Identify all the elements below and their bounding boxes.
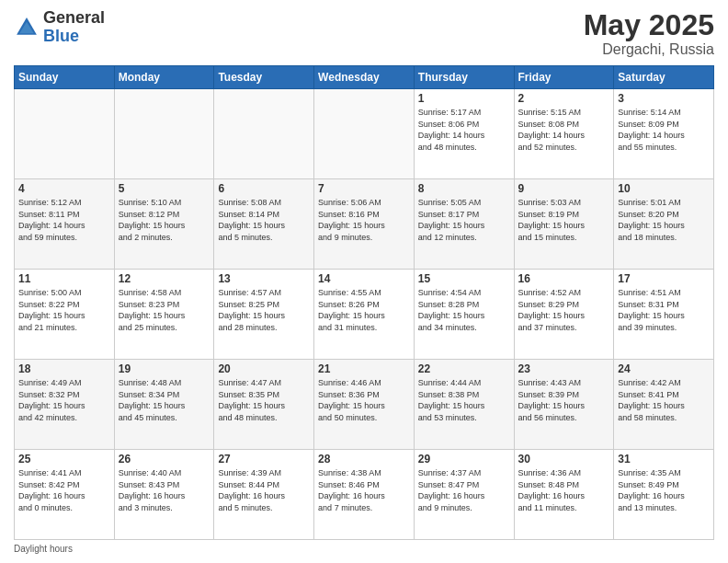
day-info: Sunrise: 4:55 AM Sunset: 8:26 PM Dayligh… [318,287,410,333]
day-number: 23 [518,362,610,375]
calendar-cell: 12Sunrise: 4:58 AM Sunset: 8:23 PM Dayli… [114,270,214,360]
day-number: 13 [218,272,310,285]
calendar-cell: 9Sunrise: 5:03 AM Sunset: 8:19 PM Daylig… [514,179,614,270]
day-number: 18 [18,362,110,375]
calendar-week-row: 4Sunrise: 5:12 AM Sunset: 8:11 PM Daylig… [15,179,714,270]
calendar-cell [314,89,415,179]
calendar-cell: 7Sunrise: 5:06 AM Sunset: 8:16 PM Daylig… [314,179,415,270]
day-info: Sunrise: 4:54 AM Sunset: 8:28 PM Dayligh… [418,287,510,333]
weekday-header-saturday: Saturday [614,66,714,89]
calendar-cell: 17Sunrise: 4:51 AM Sunset: 8:31 PM Dayli… [614,270,714,360]
calendar-cell: 29Sunrise: 4:37 AM Sunset: 8:47 PM Dayli… [414,450,514,540]
calendar-cell: 2Sunrise: 5:15 AM Sunset: 8:08 PM Daylig… [514,89,614,179]
day-info: Sunrise: 4:47 AM Sunset: 8:35 PM Dayligh… [218,377,310,423]
day-number: 17 [618,272,710,285]
logo-icon [14,15,40,40]
weekday-header-wednesday: Wednesday [314,66,415,89]
day-number: 25 [18,453,110,465]
calendar-cell: 26Sunrise: 4:40 AM Sunset: 8:43 PM Dayli… [114,450,214,540]
calendar-cell: 23Sunrise: 4:43 AM Sunset: 8:39 PM Dayli… [514,360,614,450]
day-number: 19 [119,362,210,375]
calendar-table: SundayMondayTuesdayWednesdayThursdayFrid… [14,65,714,540]
day-info: Sunrise: 5:06 AM Sunset: 8:16 PM Dayligh… [318,197,410,243]
title-block: May 2025 Dergachi, Russia [584,9,714,58]
day-info: Sunrise: 4:40 AM Sunset: 8:43 PM Dayligh… [119,467,210,513]
day-number: 6 [218,182,310,195]
day-number: 26 [119,453,210,465]
weekday-header-tuesday: Tuesday [214,66,314,89]
calendar-cell: 14Sunrise: 4:55 AM Sunset: 8:26 PM Dayli… [314,270,415,360]
logo: General Blue [14,9,105,46]
day-number: 22 [418,362,510,375]
calendar-cell: 28Sunrise: 4:38 AM Sunset: 8:46 PM Dayli… [314,450,415,540]
footer-note: Daylight hours [14,544,714,554]
calendar-cell: 30Sunrise: 4:36 AM Sunset: 8:48 PM Dayli… [514,450,614,540]
calendar-cell: 15Sunrise: 4:54 AM Sunset: 8:28 PM Dayli… [414,270,514,360]
day-number: 3 [618,92,710,105]
day-info: Sunrise: 4:48 AM Sunset: 8:34 PM Dayligh… [119,377,210,423]
day-info: Sunrise: 4:36 AM Sunset: 8:48 PM Dayligh… [518,467,610,513]
day-info: Sunrise: 4:41 AM Sunset: 8:42 PM Dayligh… [18,467,110,513]
logo-blue-text: Blue [43,27,79,45]
calendar-cell: 20Sunrise: 4:47 AM Sunset: 8:35 PM Dayli… [214,360,314,450]
day-number: 15 [418,272,510,285]
day-info: Sunrise: 4:46 AM Sunset: 8:36 PM Dayligh… [318,377,410,423]
page: General Blue May 2025 Dergachi, Russia S… [0,0,728,563]
calendar-cell: 8Sunrise: 5:05 AM Sunset: 8:17 PM Daylig… [414,179,514,270]
day-number: 4 [18,182,110,195]
calendar-week-row: 1Sunrise: 5:17 AM Sunset: 8:06 PM Daylig… [15,89,714,179]
day-number: 28 [318,453,410,465]
day-info: Sunrise: 4:38 AM Sunset: 8:46 PM Dayligh… [318,467,410,513]
day-number: 2 [518,92,610,105]
calendar-cell: 6Sunrise: 5:08 AM Sunset: 8:14 PM Daylig… [214,179,314,270]
calendar-cell: 16Sunrise: 4:52 AM Sunset: 8:29 PM Dayli… [514,270,614,360]
day-info: Sunrise: 5:08 AM Sunset: 8:14 PM Dayligh… [218,197,310,243]
day-info: Sunrise: 5:15 AM Sunset: 8:08 PM Dayligh… [518,107,610,153]
day-info: Sunrise: 5:03 AM Sunset: 8:19 PM Dayligh… [518,197,610,243]
day-number: 9 [518,182,610,195]
day-info: Sunrise: 4:42 AM Sunset: 8:41 PM Dayligh… [618,377,710,423]
day-number: 7 [318,182,410,195]
day-number: 5 [119,182,210,195]
calendar-location: Dergachi, Russia [584,41,714,58]
calendar-cell: 27Sunrise: 4:39 AM Sunset: 8:44 PM Dayli… [214,450,314,540]
day-info: Sunrise: 4:52 AM Sunset: 8:29 PM Dayligh… [518,287,610,333]
calendar-cell: 21Sunrise: 4:46 AM Sunset: 8:36 PM Dayli… [314,360,415,450]
calendar-cell: 11Sunrise: 5:00 AM Sunset: 8:22 PM Dayli… [15,270,115,360]
day-number: 16 [518,272,610,285]
day-info: Sunrise: 4:51 AM Sunset: 8:31 PM Dayligh… [618,287,710,333]
calendar-week-row: 18Sunrise: 4:49 AM Sunset: 8:32 PM Dayli… [15,360,714,450]
calendar-week-row: 11Sunrise: 5:00 AM Sunset: 8:22 PM Dayli… [15,270,714,360]
calendar-cell [214,89,314,179]
day-info: Sunrise: 5:05 AM Sunset: 8:17 PM Dayligh… [418,197,510,243]
day-info: Sunrise: 5:01 AM Sunset: 8:20 PM Dayligh… [618,197,710,243]
calendar-cell [15,89,115,179]
calendar-cell: 18Sunrise: 4:49 AM Sunset: 8:32 PM Dayli… [15,360,115,450]
weekday-header-friday: Friday [514,66,614,89]
calendar-cell [114,89,214,179]
day-number: 31 [618,453,710,465]
calendar-title: May 2025 [584,9,714,41]
day-info: Sunrise: 4:44 AM Sunset: 8:38 PM Dayligh… [418,377,510,423]
calendar-cell: 19Sunrise: 4:48 AM Sunset: 8:34 PM Dayli… [114,360,214,450]
day-info: Sunrise: 5:00 AM Sunset: 8:22 PM Dayligh… [18,287,110,333]
calendar-cell: 10Sunrise: 5:01 AM Sunset: 8:20 PM Dayli… [614,179,714,270]
logo-general-text: General [43,8,105,27]
calendar-cell: 22Sunrise: 4:44 AM Sunset: 8:38 PM Dayli… [414,360,514,450]
day-number: 8 [418,182,510,195]
day-info: Sunrise: 4:43 AM Sunset: 8:39 PM Dayligh… [518,377,610,423]
day-info: Sunrise: 5:14 AM Sunset: 8:09 PM Dayligh… [618,107,710,153]
day-number: 12 [119,272,210,285]
calendar-cell: 3Sunrise: 5:14 AM Sunset: 8:09 PM Daylig… [614,89,714,179]
calendar-cell: 4Sunrise: 5:12 AM Sunset: 8:11 PM Daylig… [15,179,115,270]
day-info: Sunrise: 5:10 AM Sunset: 8:12 PM Dayligh… [119,197,210,243]
calendar-cell: 25Sunrise: 4:41 AM Sunset: 8:42 PM Dayli… [15,450,115,540]
daylight-label: Daylight hours [14,544,73,554]
calendar-cell: 1Sunrise: 5:17 AM Sunset: 8:06 PM Daylig… [414,89,514,179]
weekday-header-row: SundayMondayTuesdayWednesdayThursdayFrid… [15,66,714,89]
calendar-week-row: 25Sunrise: 4:41 AM Sunset: 8:42 PM Dayli… [15,450,714,540]
day-info: Sunrise: 4:37 AM Sunset: 8:47 PM Dayligh… [418,467,510,513]
calendar-cell: 24Sunrise: 4:42 AM Sunset: 8:41 PM Dayli… [614,360,714,450]
calendar-cell: 13Sunrise: 4:57 AM Sunset: 8:25 PM Dayli… [214,270,314,360]
day-number: 21 [318,362,410,375]
